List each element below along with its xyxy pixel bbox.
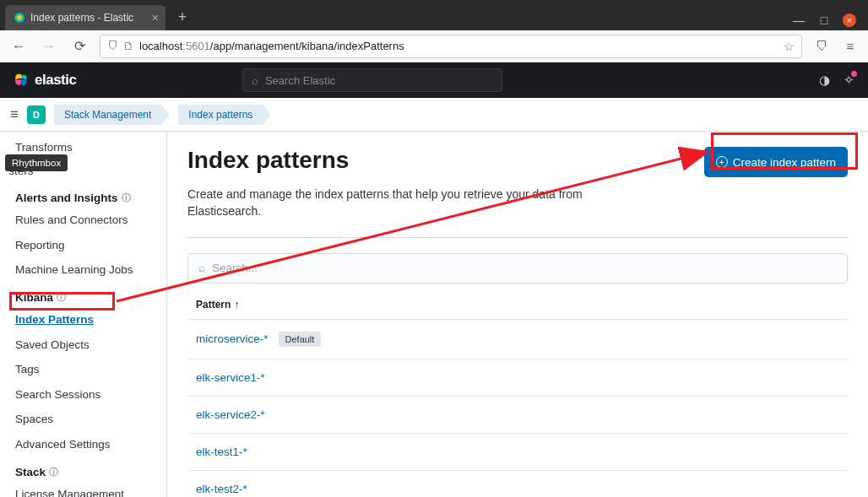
table-header-pattern[interactable]: Pattern ↑ [187, 284, 848, 319]
table-row: microservice-*Default [187, 319, 848, 359]
sidebar-item[interactable]: License Management [0, 482, 166, 497]
index-pattern-link[interactable]: elk-test2-* [196, 483, 247, 495]
nav-forward-icon[interactable]: → [39, 39, 59, 54]
browser-tab-strip: Index patterns - Elastic × + — □ × [0, 0, 868, 30]
tab-title: Index patterns - Elastic [30, 12, 133, 24]
help-icon[interactable]: ◑ [819, 73, 830, 88]
page-description: Create and manage the index patterns tha… [187, 186, 643, 220]
table-row: elk-service1-* [187, 359, 848, 396]
sidebar-item[interactable]: Advanced Settings [0, 432, 166, 457]
window-maximize-icon[interactable]: □ [817, 14, 831, 27]
index-pattern-link[interactable]: elk-test1-* [196, 446, 247, 458]
newsfeed-icon[interactable]: ✧ [844, 73, 854, 88]
address-bar[interactable]: ⛉ 🗋 localhost:5601/app/management/kibana… [100, 35, 802, 58]
breadcrumb-item[interactable]: Index patterns [178, 105, 263, 125]
sidebar-item[interactable]: Reporting [0, 233, 166, 258]
pocket-icon[interactable]: ⛉ [812, 39, 831, 53]
index-pattern-link[interactable]: elk-service2-* [196, 408, 265, 421]
main-content: Index patterns + Create index pattern Cr… [167, 132, 868, 497]
help-icon[interactable]: ⓘ [57, 291, 66, 304]
create-btn-label: Create index pattern [733, 156, 836, 169]
window-close-icon[interactable]: × [843, 14, 856, 27]
sidebar-item[interactable]: Tags [0, 357, 166, 382]
tab-close-icon[interactable]: × [152, 11, 159, 24]
sort-asc-icon: ↑ [234, 299, 239, 311]
svg-point-1 [17, 15, 22, 20]
elastic-favicon [14, 12, 25, 24]
search-placeholder: Search... [212, 262, 258, 274]
lock-icon: 🗋 [123, 40, 134, 52]
divider [187, 237, 848, 238]
search-placeholder: Search Elastic [265, 74, 335, 87]
management-sidebar: Transforms Rollupsters Alerts and Insigh… [0, 132, 167, 497]
page-title: Index patterns [187, 147, 349, 174]
sidebar-item-index-patterns[interactable]: Index Patterns [0, 307, 166, 332]
breadcrumb-bar: ≡ D Stack Management Index patterns [0, 98, 868, 132]
sidebar-item[interactable]: Rules and Connectors [0, 208, 166, 233]
elastic-header: elastic ⌕ Search Elastic ◑ ✧ [0, 62, 868, 98]
new-tab-button[interactable]: + [172, 7, 193, 27]
url-port: :5601 [182, 40, 210, 52]
elastic-logo-icon [14, 73, 29, 88]
table-row: elk-test1-* [187, 433, 848, 470]
index-pattern-link[interactable]: microservice-* [196, 332, 269, 345]
browser-tab[interactable]: Index patterns - Elastic × [5, 5, 165, 30]
global-search[interactable]: ⌕ Search Elastic [242, 68, 502, 92]
shield-icon: ⛉ [107, 40, 118, 52]
url-host: localhost [139, 40, 182, 52]
browser-menu-icon[interactable]: ≡ [841, 39, 860, 53]
help-icon[interactable]: ⓘ [122, 192, 131, 204]
search-icon: ⌕ [252, 74, 258, 87]
plus-circle-icon: + [716, 156, 728, 168]
help-icon[interactable]: ⓘ [49, 466, 58, 478]
sidebar-group-header: Stackⓘ [0, 457, 166, 482]
os-tooltip: Rhythmbox [5, 154, 68, 171]
window-minimize-icon[interactable]: — [792, 14, 806, 27]
sidebar-item[interactable]: Search Sessions [0, 382, 166, 408]
bookmark-star-icon[interactable]: ☆ [784, 40, 795, 53]
browser-toolbar: ← → ⟳ ⛉ 🗋 localhost:5601/app/management/… [0, 30, 868, 62]
sidebar-item[interactable]: Machine Learning Jobs [0, 257, 166, 283]
table-row: elk-test2-* [187, 470, 848, 497]
elastic-logo[interactable]: elastic [14, 72, 76, 89]
sidebar-item[interactable]: Saved Objects [0, 332, 166, 358]
search-icon: ⌕ [198, 262, 205, 274]
index-pattern-link[interactable]: elk-service1-* [196, 371, 265, 384]
default-badge: Default [279, 332, 322, 347]
sidebar-group-header: Alerts and Insightsⓘ [0, 183, 166, 208]
nav-back-icon[interactable]: ← [8, 39, 29, 54]
sidebar-item[interactable]: Spaces [0, 407, 166, 432]
brand-text: elastic [35, 72, 76, 89]
sidebar-group-header: Kibanaⓘ [0, 283, 166, 307]
nav-reload-icon[interactable]: ⟳ [69, 38, 90, 54]
pattern-search-input[interactable]: ⌕ Search... [187, 253, 848, 284]
space-selector[interactable]: D [27, 105, 46, 124]
breadcrumb-item[interactable]: Stack Management [54, 105, 161, 125]
url-path: /app/management/kibana/indexPatterns [210, 40, 404, 52]
create-index-pattern-button[interactable]: + Create index pattern [704, 147, 848, 177]
nav-toggle-icon[interactable]: ≡ [10, 106, 19, 123]
table-row: elk-service2-* [187, 396, 848, 433]
